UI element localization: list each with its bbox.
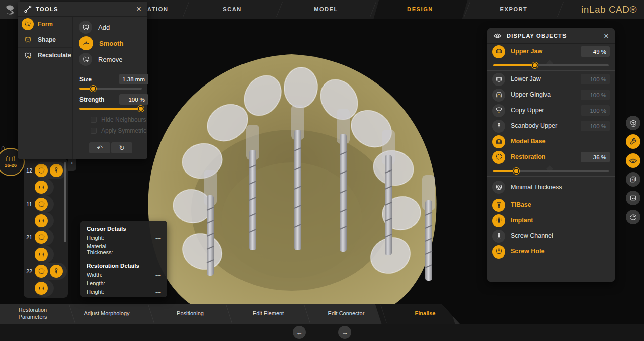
tooth-element-list: 12 11 (24, 159, 68, 298)
upper-jaw-icon (492, 45, 505, 58)
hide-neighbours-checkbox[interactable]: Hide Neighbours (91, 116, 146, 123)
tools-close-icon[interactable]: × (136, 5, 141, 13)
display-item-scanbody-upper[interactable]: Scanbody Upper 100 % (487, 118, 615, 134)
display-objects-header: DISPLAY OBJECTS × (487, 28, 615, 44)
tab-design[interactable]: DESIGN (407, 0, 433, 19)
display-objects-close-icon[interactable]: × (604, 32, 609, 40)
crown-icon[interactable] (35, 265, 48, 278)
connector-icon[interactable] (35, 248, 48, 261)
size-slider[interactable] (79, 88, 142, 90)
view-cube-icon[interactable] (626, 116, 640, 130)
step-edit-element[interactable]: Edit Element (253, 304, 284, 324)
connector-icon[interactable] (35, 282, 48, 295)
display-item-label: Screw Channel (511, 232, 610, 239)
tool-action-remove[interactable]: Remove (79, 53, 122, 66)
tool-mode-recalculate[interactable]: Recalculate (18, 48, 72, 63)
tool-action-label: Add (98, 24, 110, 31)
display-item-label: Screw Hole (511, 248, 610, 255)
articulator-icon[interactable] (626, 210, 640, 224)
restoration-height-row: Height: --- (87, 289, 161, 295)
tooth-number: 11 (24, 201, 35, 207)
step-separator (69, 305, 75, 323)
tools-rail-icon[interactable] (626, 134, 640, 149)
crown-icon[interactable] (35, 231, 48, 244)
tooth-number: 22 (24, 268, 35, 274)
workflow-steps-bar: Restoration Parameters Adjust Morphology… (0, 304, 469, 324)
display-item-lower-jaw[interactable]: Lower Jaw 100 % (487, 71, 615, 87)
step-adjust-morphology[interactable]: Adjust Morphology (84, 304, 129, 324)
strength-slider[interactable] (79, 108, 142, 110)
display-item-upper-jaw[interactable]: Upper Jaw 49 % (487, 44, 615, 59)
minimal-thickness-icon (492, 181, 505, 194)
redo-button[interactable]: ↻ (111, 142, 132, 153)
display-item-label: Implant (511, 217, 610, 224)
connector-icon[interactable] (35, 181, 48, 194)
tab-model[interactable]: MODEL (314, 0, 338, 19)
tooth-row-12: 12 (24, 163, 63, 178)
restoration-opacity-slider[interactable] (493, 170, 609, 172)
form-icon (22, 18, 34, 30)
tool-action-add[interactable]: Add (79, 21, 110, 34)
cursor-details-title: Cursor Details (87, 226, 161, 232)
display-objects-title: DISPLAY OBJECTS (507, 33, 599, 39)
cursor-height-row: Height: --- (87, 235, 161, 241)
tooth-row-22: 22 (24, 264, 63, 278)
tools-mode-column: Form Shape Recalculate (18, 17, 73, 159)
tool-action-smooth[interactable]: Smooth (79, 36, 123, 50)
snapshot-icon[interactable] (626, 191, 640, 205)
detail-label: Width: (87, 272, 102, 278)
previous-step-button[interactable]: ← (293, 326, 306, 339)
crown-icon[interactable] (35, 164, 48, 177)
connector-icon[interactable] (35, 214, 48, 227)
step-positioning[interactable]: Positioning (177, 304, 204, 324)
slider-knob[interactable] (532, 62, 538, 68)
size-value: 1.38 mm (119, 74, 148, 84)
apply-symmetric-checkbox[interactable]: Apply Symmetric (91, 127, 146, 134)
display-item-label: Scanbody Upper (511, 122, 575, 129)
tooth-number: 12 (24, 167, 35, 174)
display-item-copy-upper[interactable]: Copy Upper 100 % (487, 103, 615, 118)
display-item-restoration[interactable]: Restoration 36 % (487, 149, 615, 165)
display-item-implant[interactable]: Implant (487, 213, 615, 228)
strength-slider-knob[interactable] (138, 106, 144, 112)
display-item-model-base[interactable]: Model Base (487, 134, 615, 149)
tool-mode-label: Recalculate (38, 52, 71, 59)
connector-row (24, 281, 48, 295)
tab-export[interactable]: EXPORT (500, 0, 528, 19)
tooth-list-scrollbar[interactable] (64, 162, 66, 242)
step-separator (148, 305, 154, 323)
opacity-value: 100 % (581, 105, 610, 116)
undo-button[interactable]: ↶ (89, 142, 110, 153)
tab-scan[interactable]: SCAN (223, 0, 242, 19)
display-objects-rail-icon[interactable] (626, 153, 640, 168)
tooth-number: 21 (24, 234, 35, 240)
display-item-tibase[interactable]: TiBase (487, 197, 615, 213)
size-slider-knob[interactable] (90, 86, 96, 92)
arrow-right-icon: → (342, 329, 348, 336)
case-documents-icon[interactable]: B (626, 172, 640, 187)
step-navigation-strip: ← → (0, 324, 644, 341)
crown-icon[interactable] (35, 198, 48, 211)
scanbody-upper-icon (492, 120, 505, 133)
implant-icon[interactable] (50, 164, 63, 177)
arrow-left-icon: ← (296, 329, 303, 336)
opacity-value: 100 % (581, 121, 610, 131)
display-item-minimal-thickness[interactable]: Minimal Thickness (487, 177, 615, 197)
display-item-upper-gingiva[interactable]: Upper Gingiva 100 % (487, 87, 615, 103)
app-logo[interactable] (0, 0, 20, 19)
remove-icon (79, 53, 92, 66)
next-step-button[interactable]: → (338, 326, 351, 339)
display-item-screw-hole[interactable]: Screw Hole (487, 244, 615, 260)
display-item-screw-channel[interactable]: Screw Channel (487, 228, 615, 244)
tool-mode-shape[interactable]: Shape (18, 32, 72, 48)
upper-jaw-opacity-slider[interactable] (493, 64, 609, 66)
step-finalise[interactable]: Finalise (415, 304, 436, 324)
cursor-details-panel: Cursor Details Height: --- Material Thic… (80, 221, 167, 297)
implant-icon[interactable] (50, 265, 63, 278)
slider-knob[interactable] (513, 168, 519, 174)
tool-mode-form[interactable]: Form (18, 17, 72, 32)
step-edit-connector[interactable]: Edit Connector (328, 304, 365, 324)
opacity-value: 49 % (581, 46, 610, 57)
implant-screw-icon (492, 214, 505, 227)
step-restoration-parameters[interactable]: Restoration Parameters (5, 304, 60, 324)
